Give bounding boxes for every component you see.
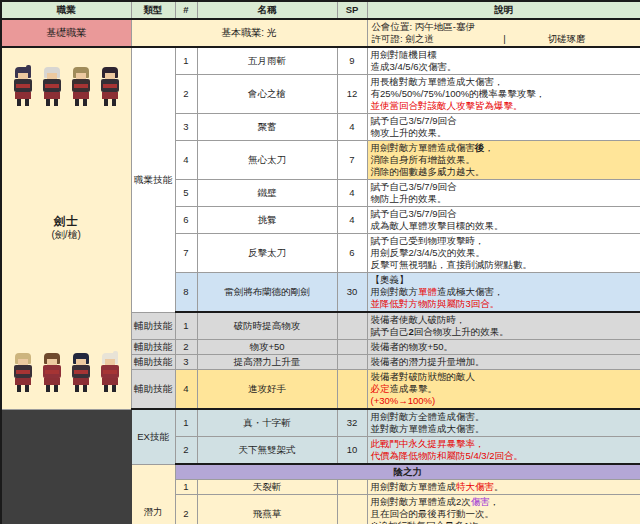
skill-number-cell: 1 xyxy=(175,480,197,495)
skill-description-cell: 賦予自己3/5/7/9回合物防上升的效果。 xyxy=(367,180,640,207)
skill-description-cell: 用劍對敵方單體造成傷害後，消除自身所有增益效果。消除的個數越多威力越大。 xyxy=(367,141,640,180)
skill-name-cell: 破防時提高物攻 xyxy=(197,312,337,340)
skill-description-cell: 用劍對敵方單體造成特大傷害。 xyxy=(367,480,640,495)
skill-description-cell: 用劍對隨機目標造成3/4/5/6次傷害。 xyxy=(367,47,640,75)
description-segment: 單體 xyxy=(418,286,437,297)
description-line: 有25%/50%/75%/100%的機率暴擊攻擊， xyxy=(371,88,639,100)
description-line: 裝備者的潛力提升量增加。 xyxy=(371,356,639,368)
description-segment: 回合物攻上升的效果。 xyxy=(414,326,509,337)
sprite-row-bottom xyxy=(2,346,131,396)
description-line: 裝備者的物攻+50。 xyxy=(371,341,639,353)
description-segment: 裝備者對破防狀態的敵人 xyxy=(371,371,476,382)
description-line: 用劍對敵方單體造成傷害後， xyxy=(371,142,639,154)
guild-info-cell: 公會位置: 丙午地區-塞伊 許可證: 劍之道 | 切磋琢磨 xyxy=(367,19,640,47)
skill-type-cell: 職業技能 xyxy=(131,47,175,312)
description-line: 此戰鬥中永久提昇暴擊率， xyxy=(371,438,639,450)
skill-name-cell: 天裂斬 xyxy=(197,480,337,495)
skill-name-cell: 聚蓄 xyxy=(197,114,337,141)
skill-name-cell: 真・十字斬 xyxy=(197,409,337,437)
base-job-row: 基礎職業 基本職業: 光 公會位置: 丙午地區-塞伊 許可證: 劍之道 | 切磋… xyxy=(1,19,640,47)
skill-number-cell: 6 xyxy=(175,207,197,234)
description-line: 裝備者使敵人破防時， xyxy=(371,314,639,326)
skill-description-cell: 裝備者的潛力提升量增加。 xyxy=(367,355,640,370)
skill-sp-cell: 4 xyxy=(337,114,367,141)
skill-type-cell: 輔助技能 xyxy=(131,370,175,410)
skill-name-cell: 挑釁 xyxy=(197,207,337,234)
skill-name-cell: 鐵壁 xyxy=(197,180,337,207)
description-segment: ※追加行動每回合最多1次。 xyxy=(371,520,489,524)
character-sprite xyxy=(98,66,122,108)
column-header-job: 職業 xyxy=(1,1,131,19)
base-job-element-cell: 基本職業: 光 xyxy=(131,19,367,47)
empty-dark-cell xyxy=(1,409,131,524)
skill-sp-cell xyxy=(337,355,367,370)
column-header-name: 名稱 xyxy=(197,1,337,19)
skill-name-cell: 天下無雙架式 xyxy=(197,437,337,465)
description-line: 並降低對方物防與屬防3回合。 xyxy=(371,298,639,310)
description-line: 造成3/4/5/6次傷害。 xyxy=(371,61,639,73)
description-segment: 特大傷害 xyxy=(456,481,494,492)
skill-description-cell: 此戰鬥中永久提昇暴擊率，代價為降低物防和屬防5/4/3/2回合。 xyxy=(367,437,640,465)
description-line: 賦予自己受到物理攻擊時， xyxy=(371,235,639,247)
job-cell: 劍士(劍/槍) xyxy=(1,47,131,409)
description-line: 反擊可無視弱點，直接削減防禦點數。 xyxy=(371,259,639,271)
table-body: 基礎職業 基本職業: 光 公會位置: 丙午地區-塞伊 許可證: 劍之道 | 切磋… xyxy=(1,19,640,524)
description-segment: 賦予自己3/5/7/9回合 xyxy=(371,208,457,219)
character-sprite xyxy=(11,352,35,394)
description-segment: ， xyxy=(485,142,495,153)
skill-number-cell: 5 xyxy=(175,180,197,207)
skill-name-cell: 飛燕草 xyxy=(197,495,337,524)
character-sprite xyxy=(69,66,93,108)
skill-sp-cell: 30 xyxy=(337,273,367,313)
header-row: 職業 類型 # 名稱 SP 說明 xyxy=(1,1,640,19)
skill-sp-cell: 32 xyxy=(337,409,367,437)
description-segment: 用劍對敵方單體造成傷害 xyxy=(371,142,476,153)
skill-number-cell: 1 xyxy=(175,47,197,75)
skill-description-cell: 裝備者使敵人破防時，賦予自己2回合物攻上升的效果。 xyxy=(367,312,640,340)
description-line: 並使當回合對該敵人攻擊皆為爆擊。 xyxy=(371,100,639,112)
skill-sp-cell: 4 xyxy=(337,207,367,234)
skill-name-cell: 進攻好手 xyxy=(197,370,337,410)
description-segment: 造成極大傷害， xyxy=(437,286,504,297)
skill-description-cell: 裝備者對破防狀態的敵人必定造成暴擊。(+30%→100%) xyxy=(367,370,640,410)
description-line: 賦予自己3/5/7/9回合 xyxy=(371,181,639,193)
description-segment: 並使當回合對該敵人攻擊皆為爆擊。 xyxy=(371,100,523,111)
description-segment: 消除自身所有增益效果。 xyxy=(371,154,476,165)
description-line: 賦予自己3/5/7/9回合 xyxy=(371,115,639,127)
skill-name-cell: 提高潛力上升量 xyxy=(197,355,337,370)
description-line: 用劍對敵方全體造成傷害。 xyxy=(371,411,639,423)
skill-sp-cell xyxy=(337,340,367,355)
skill-sp-cell: 9 xyxy=(337,47,367,75)
description-segment: 用劍對敵方全體造成傷害。 xyxy=(371,411,485,422)
description-segment: 並對敵方單體造成大傷害。 xyxy=(371,423,485,434)
description-line: 物防上升的效果。 xyxy=(371,193,639,205)
skill-number-cell: 1 xyxy=(175,409,197,437)
skill-number-cell: 4 xyxy=(175,141,197,180)
description-segment: 。 xyxy=(494,481,504,492)
skill-sp-cell xyxy=(337,312,367,340)
skill-sp-cell: 12 xyxy=(337,75,367,114)
guild-location: 公會位置: 丙午地區-塞伊 xyxy=(372,21,639,33)
description-line: 用長槍對敵方單體造成大傷害， xyxy=(371,76,639,88)
column-header-description: 說明 xyxy=(367,1,640,19)
skill-description-cell: 賦予自己3/5/7/9回合成為敵人單體攻擊目標的效果。 xyxy=(367,207,640,234)
description-line: 消除自身所有增益效果。 xyxy=(371,154,639,166)
description-segment: 【奧義】 xyxy=(371,274,409,285)
character-sprite xyxy=(11,66,35,108)
description-line: 且在回合的最後再行動一次。 xyxy=(371,508,639,520)
description-segment: 用劍對敵方單體造成2次 xyxy=(371,496,471,507)
description-line: (+30%→100%) xyxy=(371,395,639,407)
description-line: 裝備者對破防狀態的敵人 xyxy=(371,371,639,383)
description-line: 賦予自己3/5/7/9回合 xyxy=(371,208,639,220)
description-segment: 成為敵人單體攻擊目標的效果。 xyxy=(371,220,504,231)
skill-type-cell: 輔助技能 xyxy=(131,340,175,355)
description-segment: 裝備者的潛力提升量增加。 xyxy=(371,356,485,367)
description-segment: 此戰鬥中永久提昇暴擊率， xyxy=(371,438,485,449)
description-segment: 用長槍對敵方單體造成大傷害， xyxy=(371,76,504,87)
description-segment: 裝備者使敵人破防時， xyxy=(371,314,466,325)
job-name-block: 劍士(劍/槍) xyxy=(2,215,131,241)
skill-number-cell: 8 xyxy=(175,273,197,313)
skill-name-cell: 反擊太刀 xyxy=(197,234,337,273)
character-sprite xyxy=(69,352,93,394)
skill-description-cell: 用長槍對敵方單體造成大傷害，有25%/50%/75%/100%的機率暴擊攻擊，並… xyxy=(367,75,640,114)
